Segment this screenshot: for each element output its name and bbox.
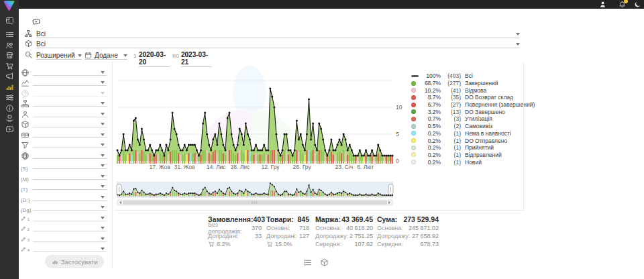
legend-item[interactable]: 0.5%(2)Самовивіз [411, 123, 524, 130]
filter-row-curly[interactable]: {M} [21, 169, 107, 180]
filter-row-curly[interactable]: {Dg} [21, 201, 107, 211]
filter-select[interactable] [33, 97, 107, 107]
legend-label: Завершений [465, 80, 498, 87]
filter-select[interactable] [33, 87, 107, 97]
filter-select[interactable] [33, 76, 107, 86]
bell-icon[interactable] [619, 1, 626, 8]
filter-select[interactable] [33, 242, 107, 252]
sidebar-item-video-tutorials[interactable] [5, 125, 14, 133]
stats-title: Товари: [266, 215, 294, 223]
filter-select[interactable] [33, 232, 107, 242]
filter-select[interactable] [33, 211, 107, 221]
filter-row-person[interactable] [21, 107, 107, 117]
legend-item[interactable]: 0.2%(1)Новий [411, 158, 524, 166]
stats-value: 43 369.45 [341, 215, 373, 223]
filter-row-sitemap[interactable] [21, 97, 107, 107]
date-field-value: Додане [95, 52, 118, 59]
filter-row-pencil-4[interactable]: 4 [21, 242, 107, 253]
sidebar-item-sales[interactable] [5, 62, 14, 70]
legend-count: (1) [441, 130, 461, 137]
sidebar-item-customers[interactable] [5, 41, 14, 50]
filter-row-pencil-3[interactable]: 3 [21, 231, 107, 242]
sidebar-item-store[interactable] [5, 51, 14, 60]
upsell-share-row: 8.2% [208, 240, 262, 248]
user-icon[interactable] [599, 1, 606, 8]
filter-select[interactable] [33, 201, 107, 211]
search-mode-select[interactable]: Розширений [36, 50, 82, 60]
moon-icon[interactable] [634, 1, 641, 8]
sidebar-item-info[interactable] [5, 104, 14, 113]
filter-row-globe[interactable] [21, 65, 107, 76]
product-select[interactable]: Всі [36, 38, 520, 48]
filter-select[interactable] [33, 66, 107, 76]
legend-item[interactable]: 6.7%(27)Повернення (завершений) [411, 101, 524, 109]
filter-row-curly[interactable]: {S} [21, 159, 107, 170]
filter-row-box[interactable] [21, 117, 107, 128]
filter-row-funnel[interactable] [21, 138, 107, 149]
filter-select[interactable] [33, 107, 107, 117]
panel-divider [112, 62, 113, 268]
filter-select[interactable] [33, 221, 107, 231]
filter-select[interactable] [33, 180, 107, 190]
legend-item[interactable]: 10.2%(41)Відмова [411, 87, 524, 94]
svg-text:5: 5 [396, 131, 399, 137]
sidebar-item-dashboard[interactable] [5, 16, 14, 25]
filter-select[interactable] [33, 190, 107, 201]
h-scrollbar-thumb[interactable] [123, 201, 387, 205]
legend-count: (1) [441, 152, 461, 158]
legend-item[interactable]: 0.7%(3)Утилізація [411, 115, 524, 123]
sidebar-item-orders[interactable] [5, 30, 14, 39]
filter-row-pencil-1[interactable]: 1 [21, 211, 107, 221]
legend-percent: 0.7% [421, 115, 441, 122]
pencil-icon: 2 [21, 223, 30, 231]
chevron-down-icon [101, 102, 105, 105]
date-field-select[interactable]: Додане [85, 50, 127, 60]
filter-select[interactable] [33, 138, 107, 148]
legend-count: (2) [441, 123, 461, 129]
cart-icon [266, 241, 273, 247]
date-from-label: з [133, 52, 136, 59]
filter-row-curly[interactable]: {T} [21, 180, 107, 190]
legend-percent: 6.7% [421, 101, 441, 108]
filter-row-curly[interactable]: {D:} [21, 190, 107, 201]
legend-item[interactable]: 0.2%(1)Прийнятий [411, 144, 524, 152]
search-icon[interactable] [24, 50, 33, 59]
sidebar-item-marketing[interactable] [5, 72, 14, 80]
filter-select[interactable] [33, 117, 107, 127]
pencil-index: 3 [28, 238, 30, 242]
sidebar-item-support[interactable] [5, 114, 14, 123]
app-logo-icon[interactable] [3, 0, 15, 11]
legend-item[interactable]: 8.7%(35)DO Возврат склад [411, 94, 524, 101]
sidebar-item-settings[interactable] [5, 93, 14, 102]
legend-item[interactable]: 0.2%(1)Нема в наявності [411, 130, 524, 137]
stats-sub-row: Допродажу:2 751.25 [315, 232, 373, 240]
legend-item[interactable]: 68.7%(277)Завершений [411, 80, 524, 87]
filter-row-trend[interactable] [21, 76, 107, 87]
filter-select[interactable] [33, 159, 107, 169]
filter-row-money[interactable] [21, 127, 107, 138]
legend-item[interactable]: 0.2%(1)Відправлений [411, 152, 524, 159]
category-select[interactable]: Всі [36, 28, 520, 38]
apply-button[interactable]: Застосувати [45, 255, 104, 268]
stats-sub-value: 2 751.25 [350, 233, 373, 239]
chart-navigator[interactable] [115, 182, 404, 207]
filter-select[interactable] [33, 128, 107, 138]
legend-label: Самовивіз [465, 123, 492, 129]
box-icon [21, 119, 30, 127]
filter-select[interactable] [33, 170, 107, 180]
legend-item[interactable]: 0.2%(1)DO Отправлено [411, 137, 524, 144]
filter-row-pencil-2[interactable]: 2 [21, 221, 107, 232]
sidebar-item-statistics[interactable] [5, 82, 14, 91]
svg-text:28. Лис: 28. Лис [231, 164, 251, 170]
filter-row-question[interactable] [21, 86, 107, 97]
products-view-icon[interactable] [320, 258, 329, 266]
legend-item[interactable]: 100%(403)Всі [411, 72, 524, 80]
filter-select[interactable] [33, 149, 107, 159]
table-view-icon[interactable] [303, 258, 312, 266]
camera-tag-icon[interactable] [31, 17, 42, 26]
filter-row-globe-grid[interactable] [21, 148, 107, 159]
legend-item[interactable]: 3.2%(13)DO Завершено [411, 108, 524, 115]
stats-column: Замовлення:403Без допродажів:370Допродан… [208, 214, 262, 248]
legend-label: Всі [465, 72, 473, 79]
legend-marker-icon [411, 109, 421, 114]
